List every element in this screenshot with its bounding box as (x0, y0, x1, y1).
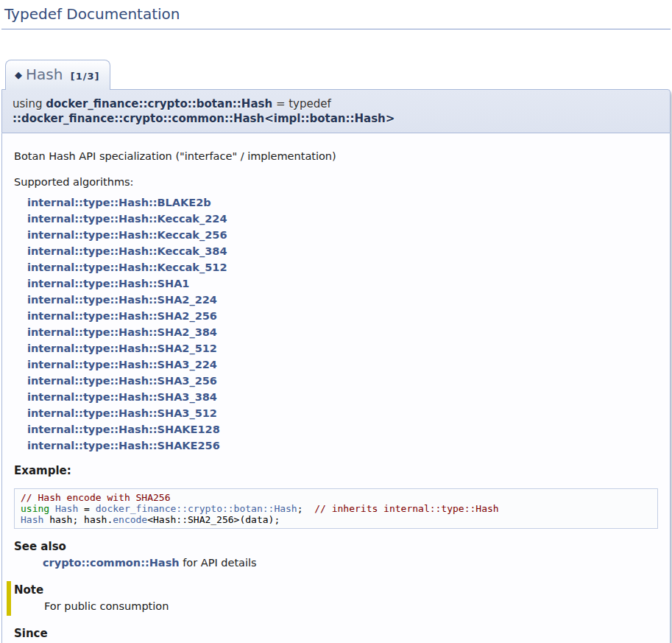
declaration-type: ::docker_finance::crypto::common::Hash<i… (13, 112, 395, 125)
algorithm-link[interactable]: internal::type::Hash::Keccak_224 (27, 211, 227, 227)
permalink-diamond-icon[interactable]: ◆ (15, 69, 22, 80)
member-documentation: Botan Hash API specialization ("interfac… (1, 133, 671, 643)
content-area: Typedef Documentation ◆Hash [1/3] using … (0, 0, 672, 643)
typedef-hash-section: ◆Hash [1/3] using docker_finance::crypto… (1, 29, 671, 643)
algorithm-link[interactable]: internal::type::Hash::SHA3_512 (27, 405, 217, 421)
algorithms-label: Supported algorithms: (14, 175, 658, 189)
code-link-hash[interactable]: Hash (55, 503, 78, 514)
list-item: internal::type::Hash::SHA2_224 (27, 292, 658, 308)
code-text: = (78, 503, 95, 514)
algorithm-link[interactable]: internal::type::Hash::SHA2_512 (27, 340, 217, 356)
code-link-hash[interactable]: Hash (21, 514, 43, 525)
see-also-content: crypto::common::Hash for API details (43, 556, 658, 570)
code-line: Hash hash; hash.encode<Hash::SHA2_256>(d… (21, 514, 651, 525)
algorithm-link[interactable]: internal::type::Hash::SHA1 (27, 275, 189, 292)
see-also-link[interactable]: crypto::common::Hash (43, 557, 180, 569)
algorithm-link[interactable]: internal::type::Hash::BLAKE2b (27, 194, 211, 211)
list-item: internal::type::Hash::SHA2_512 (27, 340, 658, 356)
since-section: Since docker-finance 1.0.0 (14, 627, 658, 643)
typedef-declaration: using docker_finance::crypto::botan::Has… (1, 89, 671, 133)
code-keyword: using (21, 503, 55, 514)
list-item: internal::type::Hash::Keccak_384 (27, 243, 658, 259)
list-item: internal::type::Hash::SHAKE128 (27, 421, 658, 438)
note-label: Note (14, 583, 658, 597)
list-item: internal::type::Hash::SHA1 (27, 275, 658, 292)
algorithm-link[interactable]: internal::type::Hash::SHA3_256 (27, 373, 217, 389)
member-item: using docker_finance::crypto::botan::Has… (1, 89, 671, 643)
code-comment: // inherits internal::type::Hash (314, 503, 498, 514)
code-text: hash; hash. (43, 514, 113, 525)
list-item: internal::type::Hash::SHAKE256 (27, 438, 658, 454)
list-item: internal::type::Hash::BLAKE2b (27, 194, 658, 211)
see-also-label: See also (14, 540, 658, 554)
list-item: internal::type::Hash::SHA3_512 (27, 405, 658, 421)
member-tab[interactable]: ◆Hash [1/3] (5, 60, 110, 90)
algorithm-link[interactable]: internal::type::Hash::SHAKE128 (27, 421, 220, 438)
page-title: Typedef Documentation (1, 0, 671, 29)
algorithm-link[interactable]: internal::type::Hash::SHA2_224 (27, 292, 217, 308)
note-text: For public consumption (44, 600, 658, 614)
description-text: Botan Hash API specialization ("interfac… (14, 150, 658, 164)
list-item: internal::type::Hash::SHA2_384 (27, 324, 658, 340)
list-item: internal::type::Hash::Keccak_224 (27, 211, 658, 227)
code-link-botan-hash[interactable]: docker_finance::crypto::botan::Hash (96, 503, 297, 514)
code-comment: // Hash encode with SHA256 (21, 492, 171, 503)
see-also-section: See also crypto::common::Hash for API de… (14, 540, 658, 570)
algorithm-list: internal::type::Hash::BLAKE2b internal::… (27, 194, 658, 454)
algorithm-link[interactable]: internal::type::Hash::Keccak_512 (27, 259, 227, 275)
declaration-separator: = typedef (272, 97, 331, 110)
member-tab-name: Hash (26, 66, 63, 83)
list-item: internal::type::Hash::Keccak_256 (27, 227, 658, 243)
since-label: Since (14, 627, 658, 641)
see-also-suffix: for API details (180, 557, 257, 569)
code-line: using Hash = docker_finance::crypto::bot… (21, 503, 651, 514)
code-example: // Hash encode with SHA256 using Hash = … (14, 488, 658, 529)
code-text: <Hash::SHA2_256>(data); (147, 514, 280, 525)
note-section: Note For public consumption (7, 581, 658, 616)
code-text: ; (297, 503, 314, 514)
list-item: internal::type::Hash::SHA3_224 (27, 356, 658, 373)
list-item: internal::type::Hash::SHA2_256 (27, 308, 658, 324)
list-item: internal::type::Hash::SHA3_256 (27, 373, 658, 389)
algorithm-link[interactable]: internal::type::Hash::Keccak_384 (27, 243, 227, 259)
member-overload-index: [1/3] (71, 71, 100, 82)
algorithm-link[interactable]: internal::type::Hash::SHA3_384 (27, 389, 217, 405)
declaration-name: docker_finance::crypto::botan::Hash (46, 97, 272, 110)
algorithm-link[interactable]: internal::type::Hash::SHAKE256 (27, 438, 220, 454)
list-item: internal::type::Hash::SHA3_384 (27, 389, 658, 405)
code-link-encode[interactable]: encode (113, 514, 147, 525)
example-label: Example: (14, 464, 658, 478)
algorithm-link[interactable]: internal::type::Hash::SHA2_256 (27, 308, 217, 324)
algorithm-link[interactable]: internal::type::Hash::Keccak_256 (27, 227, 227, 243)
declaration-prefix: using (13, 97, 46, 110)
code-line: // Hash encode with SHA256 (21, 492, 651, 503)
algorithm-link[interactable]: internal::type::Hash::SHA2_384 (27, 324, 217, 340)
list-item: internal::type::Hash::Keccak_512 (27, 259, 658, 275)
algorithm-link[interactable]: internal::type::Hash::SHA3_224 (27, 356, 217, 373)
